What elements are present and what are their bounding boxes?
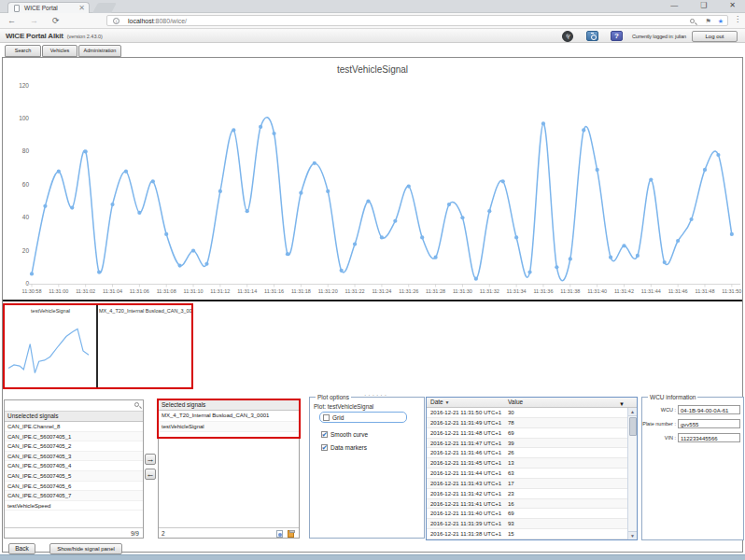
table-row[interactable]: 2016-12-21 11:31:50 UTC+130 — [427, 408, 627, 418]
svg-text:11:31:28: 11:31:28 — [426, 288, 445, 294]
help-icon[interactable]: ? — [611, 31, 623, 41]
export-report-icon[interactable] — [276, 530, 283, 538]
table-row[interactable]: 2016-12-21 11:31:41 UTC+116 — [427, 499, 627, 510]
table-row[interactable]: 2016-12-21 11:31:38 UTC+115 — [427, 529, 627, 539]
unselected-signals-header: Unselected signals — [5, 412, 143, 422]
wcu-field-input[interactable]: 04-1B-94-00-0A-61 — [678, 405, 740, 414]
bottom-scrollbar[interactable] — [0, 554, 745, 560]
tab-search[interactable]: Search — [5, 45, 41, 57]
browser-tab[interactable]: WICE Portal ✕ — [7, 2, 90, 13]
svg-text:11:31:30: 11:31:30 — [453, 288, 472, 294]
signal-count: 9/9 — [131, 529, 139, 539]
wcu-field-label: VIN : — [642, 433, 676, 442]
window-maximize-button[interactable]: ❑ — [700, 1, 707, 10]
signal-item[interactable]: CAN_IPE.C_56007405_7 — [5, 491, 143, 501]
tab-close-icon[interactable]: ✕ — [78, 4, 85, 13]
data-markers-checkbox[interactable]: Data markers — [321, 444, 367, 451]
thumbnail-testVehicleSignal[interactable]: testVehicleSignal — [5, 305, 96, 387]
signal-item[interactable]: CAN_IPE.C_56007405_5 — [5, 471, 143, 482]
smooth-curve-checkbox[interactable]: Smooth curve — [321, 431, 368, 438]
svg-text:11:31:38: 11:31:38 — [560, 288, 580, 294]
svg-text:20: 20 — [22, 247, 30, 254]
thumbnail-busload-signal[interactable]: MX_4_T20_Internal Busload_CAN_3_0001 — [96, 305, 191, 387]
svg-text:11:31:42: 11:31:42 — [614, 288, 634, 294]
signal-item[interactable]: CAN_IPE.C_56007405_6 — [5, 482, 143, 492]
table-row[interactable]: 2016-12-21 11:31:43 UTC+117 — [427, 479, 627, 489]
wcu-information-panel: WCU information WCU :04-1B-94-00-0A-61Pl… — [641, 397, 744, 540]
grid-checkbox-box[interactable] — [323, 414, 330, 421]
svg-text:11:31:48: 11:31:48 — [695, 288, 714, 294]
selected-signal-item[interactable]: MX_4_T20_Internal Busload_CAN_3_0001 — [159, 411, 299, 422]
svg-text:11:31:32: 11:31:32 — [480, 288, 499, 294]
value-table: Date ▼ Value ▼ 2016-12-21 11:31:50 UTC+1… — [426, 397, 638, 540]
svg-text:11:31:22: 11:31:22 — [345, 288, 365, 294]
column-date[interactable]: Date ▼ — [430, 398, 450, 407]
export-clipboard-icon[interactable] — [288, 530, 294, 538]
address-bar[interactable]: i localhost:8080/wice/ ⚑ ★ — [106, 15, 728, 26]
logout-button[interactable]: Log out — [692, 31, 738, 42]
table-row[interactable]: 2016-12-21 11:31:46 UTC+126 — [427, 448, 627, 458]
signal-item[interactable]: CAN_IPE.C_56007405_4 — [5, 461, 143, 471]
toggle-signal-panel-button[interactable]: Show/hide signal panel — [49, 543, 122, 554]
main-content: testVehicleSignal02040608010012011:30:58… — [2, 57, 743, 553]
svg-text:0: 0 — [25, 280, 29, 287]
scroll-down-icon[interactable]: ▼ — [628, 531, 637, 539]
svg-text:11:31:02: 11:31:02 — [76, 288, 95, 294]
table-row[interactable]: 2016-12-21 11:31:48 UTC+169 — [427, 428, 627, 439]
zoom-icon[interactable] — [690, 19, 695, 23]
tab-vehicles[interactable]: Vehicles — [42, 45, 77, 57]
signal-item[interactable]: CAN_IPE.C_56007405_2 — [5, 441, 143, 452]
back-nav-icon[interactable]: ← — [7, 15, 16, 26]
table-row[interactable]: 2016-12-21 11:31:44 UTC+163 — [427, 469, 627, 479]
flag-icon[interactable]: ⚑ — [705, 17, 710, 26]
forward-nav-icon[interactable]: → — [30, 15, 38, 26]
page-info-icon[interactable]: i — [113, 18, 119, 24]
signal-item[interactable]: testVehicleSpeed — [5, 501, 143, 511]
table-row[interactable]: 2016-12-21 11:31:47 UTC+139 — [427, 439, 627, 449]
wcu-field-input[interactable]: gvv555 — [678, 419, 740, 428]
wheel-icon[interactable] — [562, 31, 573, 42]
bookmark-star-icon[interactable]: ★ — [718, 17, 724, 26]
logged-in-text: Currently logged in: julian — [632, 34, 686, 39]
tab-administration[interactable]: Administration — [78, 45, 121, 57]
svg-text:11:30:58: 11:30:58 — [21, 288, 41, 294]
signal-filter-input[interactable] — [5, 400, 143, 412]
plot-options-legend: Plot options — [316, 394, 351, 401]
selected-signal-item[interactable]: testVehicleSignal — [159, 422, 299, 433]
signal-item[interactable]: CAN_IPE.C_56007405_1 — [5, 432, 143, 442]
column-value[interactable]: Value — [508, 398, 523, 407]
browser-menu-icon[interactable]: ⋮ — [734, 15, 741, 23]
signal-item[interactable]: CAN_IPE.C_56007405_3 — [5, 452, 143, 462]
wcu-field-input[interactable]: 112233445566 — [678, 433, 740, 442]
sort-desc-icon: ▼ — [445, 399, 450, 405]
move-left-button[interactable]: ← — [145, 469, 156, 480]
table-row[interactable]: 2016-12-21 11:31:49 UTC+178 — [427, 418, 627, 428]
refresh-icon[interactable]: ⟳ — [52, 15, 60, 26]
svg-text:11:31:40: 11:31:40 — [587, 288, 607, 294]
svg-text:11:31:24: 11:31:24 — [372, 288, 391, 294]
smooth-curve-checkbox-box[interactable] — [321, 431, 328, 438]
window-minimize-button[interactable]: — — [670, 1, 678, 10]
table-scrollbar[interactable]: ▲ ▼ — [627, 408, 637, 539]
grid-checkbox[interactable]: Grid — [319, 412, 407, 423]
scrollbar-thumb[interactable] — [629, 417, 637, 436]
thumbnail-label: testVehicleSignal — [5, 308, 96, 314]
data-markers-checkbox-box[interactable] — [321, 444, 328, 451]
url-text: localhost:8080/wice/ — [128, 18, 187, 25]
window-close-button[interactable]: ✕ — [729, 1, 736, 10]
signal-item[interactable]: CAN_IPE.Channel_8 — [5, 422, 143, 432]
app-header: WICE Portal Alkit(version 2.43.0) ? Curr… — [0, 29, 745, 43]
scroll-up-icon[interactable]: ▲ — [628, 408, 637, 416]
table-row[interactable]: 2016-12-21 11:31:42 UTC+123 — [427, 489, 627, 499]
svg-text:11:31:10: 11:31:10 — [184, 288, 204, 294]
new-tab-button[interactable] — [92, 3, 117, 13]
table-row[interactable]: 2016-12-21 11:31:45 UTC+113 — [427, 458, 627, 469]
table-row[interactable]: 2016-12-21 11:31:40 UTC+169 — [427, 509, 627, 519]
move-right-button[interactable]: → — [145, 454, 156, 465]
back-button[interactable]: Back — [8, 543, 35, 554]
unselected-signals-panel: Unselected signals CAN_IPE.Channel_8CAN_… — [4, 399, 144, 539]
camera-icon[interactable] — [586, 31, 598, 41]
svg-text:11:31:46: 11:31:46 — [668, 288, 688, 294]
table-row[interactable]: 2016-12-21 11:31:39 UTC+193 — [427, 519, 627, 529]
svg-text:11:31:12: 11:31:12 — [210, 288, 230, 294]
